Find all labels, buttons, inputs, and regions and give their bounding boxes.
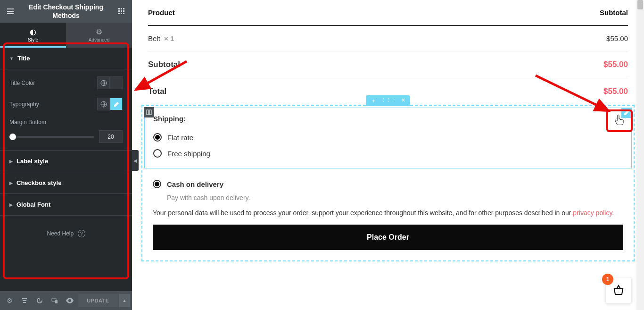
- section-checkbox-style[interactable]: ▶ Checkbox style: [0, 172, 132, 194]
- svg-rect-12: [55, 300, 58, 303]
- item-price: $55.00: [606, 34, 628, 42]
- shipping-title: Shipping:: [153, 115, 623, 123]
- total-value: $55.00: [603, 87, 628, 96]
- col-product: Product: [148, 8, 175, 17]
- svg-rect-2: [123, 8, 124, 9]
- scrollbar-thumb[interactable]: [637, 0, 643, 9]
- section-outline[interactable]: ＋ ⋮⋮⋮ ✕ Shipping: Flat rate: [141, 105, 635, 261]
- caret-right-icon: ▶: [9, 159, 13, 164]
- caret-right-icon: ▶: [9, 181, 13, 185]
- payment-desc: Pay with cash upon delivery.: [167, 194, 623, 201]
- help-link[interactable]: Need Help ?: [0, 216, 132, 251]
- history-icon[interactable]: [32, 291, 47, 310]
- place-order-button[interactable]: Place Order: [153, 225, 623, 250]
- gear-icon: ⚙: [66, 27, 132, 36]
- sidebar-tabs: ◐ Style ⚙ Advanced: [0, 23, 132, 48]
- sidebar-title: Edit Checkout Shipping Methods: [15, 3, 117, 20]
- globe-icon[interactable]: [97, 98, 110, 110]
- privacy-link[interactable]: privacy policy: [573, 209, 612, 217]
- section-label-style[interactable]: ▶ Label style: [0, 151, 132, 172]
- slider-thumb[interactable]: [9, 134, 16, 140]
- section-close-icon[interactable]: ✕: [401, 97, 405, 104]
- margin-value-input[interactable]: [99, 130, 123, 143]
- sidebar-footer: ⚙ UPDATE ▲: [0, 291, 132, 310]
- svg-rect-6: [118, 13, 120, 14]
- sidebar-header: Edit Checkout Shipping Methods: [0, 0, 132, 23]
- column-drag-icon[interactable]: [144, 107, 154, 117]
- section-toolbar: ＋ ⋮⋮⋮ ✕: [366, 95, 410, 106]
- line-item: Belt × 1: [148, 34, 174, 42]
- basket-icon: [612, 285, 625, 296]
- svg-rect-7: [121, 13, 122, 14]
- section-title[interactable]: ▼ Title: [0, 48, 132, 69]
- svg-rect-8: [123, 13, 124, 14]
- update-button[interactable]: UPDATE: [78, 294, 118, 307]
- tab-advanced[interactable]: ⚙ Advanced: [66, 23, 132, 48]
- section-drag-icon[interactable]: ⋮⋮⋮: [381, 97, 396, 104]
- section-title-body: Title Color Typography: [0, 69, 132, 151]
- preview-icon[interactable]: [62, 291, 77, 310]
- apps-icon[interactable]: [117, 7, 126, 16]
- payment-option-cod[interactable]: Cash on delivery: [153, 176, 623, 192]
- style-icon: ◐: [0, 27, 66, 36]
- section-global-font[interactable]: ▶ Global Font: [0, 194, 132, 216]
- cart-button[interactable]: 1: [605, 277, 632, 303]
- typography-label: Typography: [9, 101, 39, 108]
- cursor-hand-icon: [614, 115, 624, 125]
- collapse-sidebar-button[interactable]: ◀: [132, 150, 139, 171]
- radio-icon[interactable]: [153, 133, 162, 142]
- caret-down-icon: ▼: [9, 56, 14, 61]
- scrollbar[interactable]: [636, 0, 644, 310]
- order-review-table: Product Subtotal Belt × 1 $55.00 Subtota…: [141, 0, 635, 105]
- svg-rect-3: [118, 10, 120, 12]
- title-color-label: Title Color: [9, 80, 35, 86]
- subtotal-value: $55.00: [603, 60, 628, 69]
- shipping-option-free[interactable]: Free shipping: [153, 145, 623, 161]
- preview-canvas: Product Subtotal Belt × 1 $55.00 Subtota…: [132, 0, 644, 310]
- svg-rect-5: [123, 10, 124, 12]
- radio-icon[interactable]: [153, 180, 161, 188]
- edit-typography-button[interactable]: [110, 98, 123, 110]
- sidebar-sections: ▼ Title Title Color Typography: [0, 48, 132, 291]
- payment-method: Cash on delivery Pay with cash upon deli…: [144, 170, 632, 201]
- margin-bottom-label: Margin Bottom: [9, 119, 123, 126]
- navigator-icon[interactable]: [17, 291, 32, 310]
- caret-right-icon: ▶: [9, 202, 13, 207]
- section-add-icon[interactable]: ＋: [371, 97, 376, 104]
- svg-rect-13: [147, 110, 149, 115]
- update-dropdown[interactable]: ▲: [119, 294, 130, 307]
- cart-badge: 1: [602, 274, 613, 285]
- editor-sidebar: Edit Checkout Shipping Methods ◐ Style ⚙…: [0, 0, 132, 310]
- radio-icon[interactable]: [153, 149, 162, 158]
- responsive-icon[interactable]: [47, 291, 62, 310]
- menu-icon[interactable]: [6, 7, 15, 16]
- tab-style[interactable]: ◐ Style: [0, 23, 66, 48]
- svg-rect-14: [149, 110, 151, 115]
- col-subtotal: Subtotal: [600, 8, 628, 17]
- color-swatch[interactable]: [110, 76, 123, 89]
- item-qty: × 1: [164, 34, 174, 42]
- svg-rect-4: [121, 10, 122, 12]
- settings-icon[interactable]: ⚙: [2, 291, 17, 310]
- shipping-option-flat[interactable]: Flat rate: [153, 129, 623, 145]
- subtotal-label: Subtotal: [148, 60, 180, 69]
- privacy-text: Your personal data will be used to proce…: [144, 208, 632, 218]
- svg-rect-0: [118, 8, 120, 9]
- svg-rect-1: [121, 8, 122, 9]
- margin-slider[interactable]: [9, 136, 94, 138]
- shipping-widget[interactable]: Shipping: Flat rate Free shipping: [144, 108, 632, 168]
- help-icon: ?: [78, 230, 85, 237]
- total-label: Total: [148, 87, 166, 96]
- globe-icon[interactable]: [97, 76, 110, 89]
